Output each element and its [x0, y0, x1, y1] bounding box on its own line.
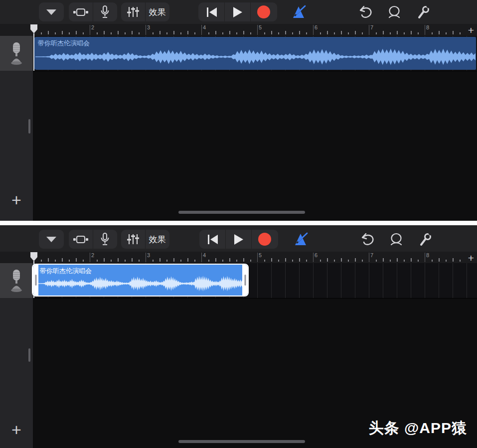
- trim-handle-grip: [35, 275, 36, 286]
- ruler-tick: [159, 258, 160, 262]
- effects-button[interactable]: 效果: [145, 2, 169, 21]
- undo-button[interactable]: [357, 230, 378, 249]
- add-track-button[interactable]: +: [7, 421, 25, 439]
- ruler-tick: [348, 32, 349, 34]
- ruler-tick: [132, 258, 133, 262]
- screenshot-top: 效果: [0, 0, 477, 221]
- ruler-tick: [118, 258, 119, 262]
- record-button[interactable]: [251, 230, 277, 249]
- view-input-group: [69, 230, 117, 249]
- settings-button[interactable]: [413, 2, 434, 21]
- rewind-button[interactable]: [199, 230, 225, 249]
- undo-button[interactable]: [355, 2, 376, 21]
- ruler-tick: [292, 32, 293, 34]
- loop-browser-button[interactable]: [386, 230, 407, 249]
- bar-number: 8: [426, 252, 429, 258]
- ruler-tick: [446, 260, 447, 262]
- selected-audio-region[interactable]: 带你听杰伦演唱会: [32, 264, 249, 297]
- ruler-tick: [41, 32, 42, 34]
- ruler-tick: [104, 31, 105, 34]
- ruler-tick: [229, 31, 230, 34]
- play-icon: [233, 234, 244, 245]
- beat-gridline: [313, 263, 314, 298]
- input-mic-button[interactable]: [93, 2, 117, 21]
- settings-button[interactable]: [415, 230, 436, 249]
- ruler-tick: [306, 32, 307, 34]
- trim-handle-right[interactable]: [242, 265, 248, 296]
- transport-group: [198, 2, 277, 21]
- horizontal-scrollbar[interactable]: [178, 440, 305, 443]
- watermark-handle: @APP猿: [404, 420, 467, 436]
- playhead-marker[interactable]: [30, 252, 37, 262]
- ruler-tick: [404, 260, 405, 262]
- ruler-tick: [55, 260, 56, 262]
- playhead-line: [33, 261, 34, 298]
- play-button[interactable]: [224, 2, 250, 21]
- vertical-scrollbar[interactable]: [28, 119, 30, 134]
- ruler-tick: [194, 260, 195, 262]
- ruler-tick: [104, 258, 105, 262]
- bar-line: [369, 25, 369, 35]
- toolbar: 效果: [0, 0, 477, 24]
- song-sections-button[interactable]: [39, 2, 64, 21]
- playhead-marker[interactable]: [30, 24, 37, 34]
- ruler-tick: [118, 31, 119, 34]
- beat-gridline: [425, 263, 425, 298]
- vertical-scrollbar[interactable]: [28, 348, 30, 362]
- ruler-tick: [215, 31, 216, 34]
- bar-ruler[interactable]: + 2345678: [0, 24, 477, 36]
- track-lane[interactable]: 带你听杰伦演唱会: [33, 263, 477, 299]
- rewind-button[interactable]: [198, 2, 224, 21]
- track-controls-button[interactable]: [121, 230, 145, 249]
- bar-line: [425, 25, 425, 35]
- ruler-tick: [299, 31, 300, 34]
- add-track-button[interactable]: +: [7, 191, 25, 209]
- undo-icon: [358, 5, 372, 18]
- display-mode-button[interactable]: [69, 2, 93, 21]
- beat-gridline: [285, 263, 286, 298]
- ruler-tick: [460, 260, 461, 262]
- effects-label: 效果: [149, 6, 166, 18]
- audio-region[interactable]: 带你听杰伦演唱会: [34, 37, 476, 70]
- ruler-tick: [83, 32, 84, 34]
- ruler-tick: [111, 260, 112, 262]
- ruler-tick: [383, 258, 384, 262]
- metronome-button[interactable]: [288, 2, 309, 21]
- track-lane[interactable]: 带你听杰伦演唱会: [33, 36, 477, 71]
- ruler-tick: [76, 31, 77, 34]
- metronome-button[interactable]: [290, 230, 311, 249]
- track-header[interactable]: [0, 263, 33, 299]
- track-controls-button[interactable]: [121, 2, 145, 21]
- ruler-tick: [69, 32, 70, 34]
- beat-gridline: [397, 263, 397, 298]
- bar-line: [369, 253, 369, 262]
- ruler-tick: [334, 32, 335, 34]
- effects-label: 效果: [149, 234, 166, 245]
- beat-gridline: [341, 263, 341, 298]
- display-mode-button[interactable]: [69, 230, 93, 249]
- wrench-icon: [417, 5, 430, 19]
- record-button[interactable]: [250, 2, 276, 21]
- input-mic-button[interactable]: [93, 230, 117, 249]
- bar-line: [90, 253, 90, 262]
- bar-ruler[interactable]: + 2345678: [0, 252, 477, 263]
- horizontal-scrollbar[interactable]: [178, 211, 305, 214]
- ruler-tick: [215, 258, 216, 262]
- ruler-zoom-plus-button[interactable]: +: [468, 252, 474, 263]
- ruler-tick: [62, 31, 63, 34]
- metronome-icon: [293, 232, 308, 246]
- bar-line: [257, 25, 258, 35]
- track-header[interactable]: [0, 36, 33, 71]
- play-button[interactable]: [225, 230, 251, 249]
- ruler-tick: [383, 31, 384, 34]
- view-input-group: [69, 2, 117, 21]
- song-sections-button[interactable]: [39, 230, 64, 249]
- loop-browser-button[interactable]: [384, 2, 405, 21]
- ruler-tick: [453, 31, 454, 34]
- beat-gridline: [467, 263, 467, 298]
- ruler-tick: [236, 32, 237, 34]
- ruler-zoom-plus-button[interactable]: +: [468, 25, 474, 35]
- ruler-tick: [83, 260, 84, 262]
- effects-button[interactable]: 效果: [145, 230, 169, 249]
- loop-lasso-icon: [387, 5, 401, 18]
